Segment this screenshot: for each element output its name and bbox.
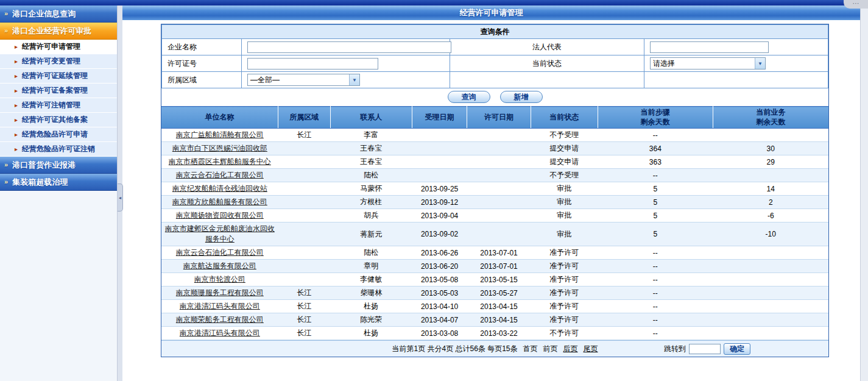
license-no-input[interactable] [247, 58, 378, 69]
sidebar-item[interactable]: »港口企业经营许可审批 [0, 23, 117, 40]
sidebar-subitem[interactable]: ▸经营危险品许可申请 [0, 127, 117, 142]
table-cell: 长江 [278, 287, 330, 300]
arrow-bullet-icon: ▸ [15, 44, 18, 50]
dropdown-arrow-icon: ▼ [349, 74, 359, 85]
table-cell: 2013-04-15 [467, 300, 531, 313]
menu-group-icon: » [4, 179, 8, 185]
table-cell [713, 246, 828, 260]
company-link[interactable]: 南京顺扬物资回收有限公司 [176, 211, 264, 219]
sidebar-item-label: 经营许可注销管理 [22, 100, 80, 110]
table-cell: 2013-03-08 [412, 327, 467, 340]
table-cell: 准予许可 [531, 273, 598, 287]
last-page-link[interactable]: 尾页 [584, 344, 598, 354]
menu-group-icon: » [4, 10, 8, 17]
sidebar-subitem[interactable]: ▸经营许可申请管理 [0, 40, 117, 54]
table-cell: 不予受理 [531, 129, 598, 142]
company-cell: 南京港清江码头有限公司 [161, 300, 278, 313]
dropdown-arrow-icon: ▼ [755, 58, 765, 69]
top-bar [0, 0, 868, 5]
jump-label: 跳转到 [664, 344, 686, 354]
company-link[interactable]: 南京航达服务有限公司 [183, 262, 256, 270]
sidebar-item-label: 经营许可证其他备案 [22, 115, 88, 125]
table-cell [467, 196, 531, 209]
arrow-bullet-icon: ▸ [15, 117, 18, 123]
sidebar-subitem[interactable]: ▸经营许可证其他备案 [0, 113, 117, 127]
table-cell [713, 300, 828, 313]
table-cell: -- [598, 313, 713, 327]
company-link[interactable]: 南京广益船舶清舱有限公司 [176, 130, 264, 139]
company-cell: 南京云合石油化工有限公司 [161, 246, 278, 260]
company-link[interactable]: 南京港清江码头有限公司 [180, 302, 260, 310]
search-button[interactable]: 查询 [448, 91, 490, 103]
table-cell [713, 273, 828, 287]
company-link[interactable]: 南京顺荣船务工程有限公司 [176, 315, 264, 324]
window-corner: ⋯ [844, 0, 868, 9]
table-row: 南京顺荣船务工程有限公司长江陈光荣2013-04-072013-04-15准予许… [161, 313, 828, 327]
first-page-link[interactable]: 首页 [523, 344, 538, 354]
company-link[interactable]: 南京市建邺区金元船舶废油水回收服务中心 [165, 224, 275, 243]
company-link[interactable]: 南京顺珊服务工程有限公司 [176, 288, 264, 297]
company-link[interactable]: 南京市白下区恩赐污油回收部 [172, 144, 267, 152]
sidebar-subitem[interactable]: ▸经营许可变更管理 [0, 54, 117, 69]
jump-group: 跳转到 确定 [664, 343, 750, 355]
table-cell: 2013-09-02 [412, 223, 467, 246]
sidebar-item[interactable]: »集装箱超载治理 [0, 174, 117, 191]
sidebar-subitem[interactable]: ▸经营许可证延续管理 [0, 69, 117, 84]
company-link[interactable]: 南京顺方欣船舶服务有限公司 [172, 198, 267, 206]
company-cell: 南京市轮渡公司 [161, 273, 278, 287]
table-cell: 准予许可 [531, 246, 598, 260]
table-cell [278, 155, 330, 169]
sidebar-splitter[interactable]: ◄ [117, 5, 122, 381]
collapse-handle[interactable]: ◄ [118, 183, 123, 212]
results-table-header-row: 单位名称所属区域联系人受理日期许可日期当前状态当前步骤 剩余天数当前业务 剩余天… [161, 107, 828, 129]
region-select[interactable]: —全部— ▼ [247, 74, 360, 86]
table-cell: 长江 [278, 129, 330, 142]
company-name-input[interactable] [247, 41, 451, 53]
sidebar-subitem[interactable]: ▸经营许可注销管理 [0, 98, 117, 113]
table-cell [412, 142, 467, 155]
table-cell: -10 [713, 223, 828, 246]
table-cell [278, 169, 330, 182]
pagination-bar: 当前第1页 共分4页 总计56条 每页15条 首页 前页 后页 尾页 跳转到 确… [161, 340, 828, 357]
table-cell [467, 169, 531, 182]
table-cell: 审批 [531, 182, 598, 196]
sidebar-item-label: 经营许可证备案管理 [22, 85, 88, 96]
table-cell: 2013-09-04 [412, 209, 467, 223]
sidebar-item-label: 集装箱超载治理 [12, 177, 68, 188]
company-link[interactable]: 南京云合石油化工有限公司 [176, 171, 264, 179]
next-page-link[interactable]: 后页 [563, 344, 578, 354]
company-cell: 南京广益船舶清舱有限公司 [161, 129, 278, 142]
results-table-body: 南京广益船舶清舱有限公司长江李富不予受理--南京市白下区恩赐污油回收部王春宝提交… [161, 129, 828, 340]
sidebar-subitem[interactable]: ▸经营危险品许可证注销 [0, 142, 117, 157]
sidebar-item[interactable]: »港口普货作业报港 [0, 157, 117, 174]
table-cell [278, 196, 330, 209]
add-button[interactable]: 新增 [500, 91, 543, 103]
table-row: 南京广益船舶清舱有限公司长江李富不予受理-- [161, 129, 828, 142]
arrow-bullet-icon: ▸ [15, 102, 18, 109]
company-link[interactable]: 南京港清江码头有限公司 [180, 329, 260, 337]
table-cell: 2013-04-07 [412, 313, 467, 327]
company-link[interactable]: 南京纪发船舶清仓残油回收站 [172, 184, 267, 193]
current-status-select[interactable]: 请选择 ▼ [650, 57, 766, 69]
table-cell: -- [598, 246, 713, 260]
company-link[interactable]: 南京市栖霞区丰辉船舶服务中心 [169, 157, 271, 166]
company-cell: 南京市建邺区金元船舶废油水回收服务中心 [161, 223, 278, 246]
company-link[interactable]: 南京云合石油化工有限公司 [176, 248, 264, 257]
table-cell: 2013-09-12 [412, 196, 467, 209]
sidebar-subitem[interactable]: ▸经营许可证备案管理 [0, 84, 117, 98]
results-table: 单位名称所属区域联系人受理日期许可日期当前状态当前步骤 剩余天数当前业务 剩余天… [161, 106, 828, 340]
company-link[interactable]: 南京市轮渡公司 [194, 275, 245, 283]
jump-page-input[interactable] [689, 344, 721, 354]
table-cell: 29 [713, 155, 828, 169]
confirm-button[interactable]: 确定 [724, 343, 750, 355]
sidebar-item[interactable]: »港口企业信息查询 [0, 5, 117, 23]
table-cell [713, 169, 828, 182]
prev-page-link[interactable]: 前页 [543, 344, 558, 354]
table-cell: 蒋新元 [330, 223, 412, 246]
table-cell: -- [598, 327, 713, 340]
legal-person-input[interactable] [650, 41, 769, 53]
table-cell [467, 223, 531, 246]
right-scroll-strip[interactable] [860, 5, 868, 381]
table-row: 南京港清江码头有限公司长江杜扬2013-03-082013-03-22不予许可-… [161, 327, 828, 340]
arrow-bullet-icon: ▸ [15, 132, 18, 138]
